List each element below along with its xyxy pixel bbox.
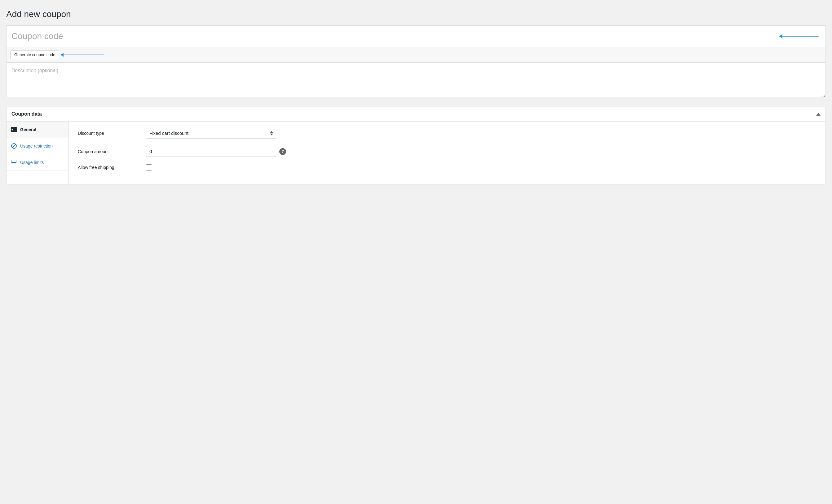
tab-usage-restriction-label: Usage restriction [20,143,53,149]
svg-line-3 [12,144,16,148]
discount-type-row: Discount type Percentage discount Fixed … [78,128,816,138]
generate-btn-arrow [63,55,104,55]
coupon-amount-row: Coupon amount ? [78,146,816,157]
allow-free-shipping-row: Allow free shipping [78,164,816,170]
help-icon[interactable]: ? [279,148,286,155]
tab-general[interactable]: General [6,122,68,138]
allow-free-shipping-checkbox[interactable] [146,164,152,170]
svg-point-1 [12,129,13,131]
discount-type-label: Discount type [78,131,140,136]
generate-coupon-code-button[interactable]: Generate coupon code [10,50,59,59]
spacer [6,97,826,107]
tab-usage-limits-label: Usage limits [20,160,44,165]
arrow-line-small-icon [63,55,104,55]
arrow-line-icon [782,36,819,36]
help-icon-label: ? [282,149,284,154]
description-textarea[interactable] [6,63,826,97]
collapse-icon[interactable] [816,113,821,115]
coupon-data-header: Coupon data [6,107,826,122]
coupon-amount-label: Coupon amount [78,149,140,154]
coupon-data-content: Discount type Percentage discount Fixed … [69,122,826,184]
allow-free-shipping-field [146,164,816,170]
usage-limits-icon [11,159,17,165]
coupon-code-section: Generate coupon code [6,25,826,63]
coupon-amount-input[interactable] [146,146,276,157]
coupon-code-arrow [782,36,819,36]
tab-usage-limits[interactable]: Usage limits [6,154,68,171]
generate-btn-row: Generate coupon code [6,47,826,62]
tab-general-label: General [20,127,36,132]
coupon-code-input-wrap [6,26,826,47]
allow-free-shipping-label: Allow free shipping [78,165,140,170]
circle-ban-icon [11,143,17,149]
ticket-icon [11,127,17,133]
coupon-data-body: General Usage restriction [6,122,826,184]
discount-type-field: Percentage discount Fixed cart discount … [146,128,816,138]
page-title: Add new coupon [6,9,826,19]
discount-type-select-wrap: Percentage discount Fixed cart discount … [146,128,276,138]
coupon-amount-field: ? [146,146,816,157]
description-section: ⌟ [6,63,826,97]
coupon-data-tabs: General Usage restriction [6,122,69,184]
coupon-data-title: Coupon data [11,111,42,117]
tab-usage-restriction[interactable]: Usage restriction [6,138,68,154]
discount-type-select[interactable]: Percentage discount Fixed cart discount … [146,128,276,138]
coupon-data-panel: Coupon data General [6,107,826,184]
coupon-code-input[interactable] [6,26,779,47]
